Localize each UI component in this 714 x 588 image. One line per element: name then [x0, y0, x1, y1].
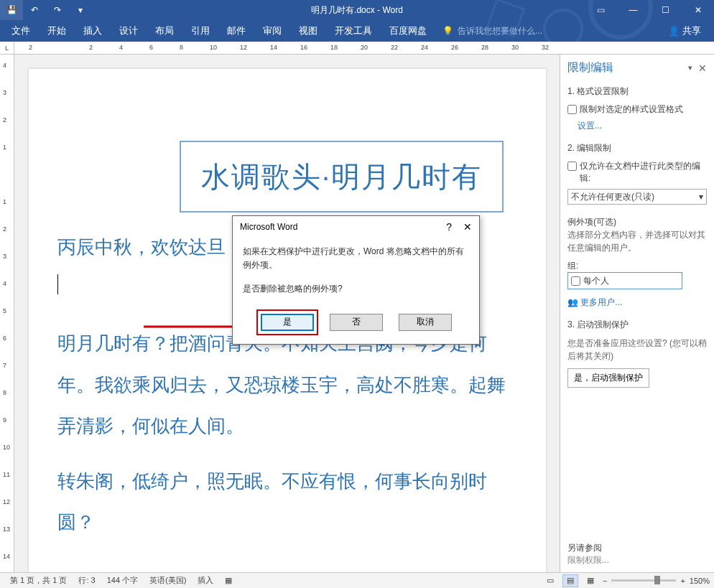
see-also-label: 另请参阅: [567, 542, 711, 554]
group-label: 组:: [567, 260, 707, 272]
qat-customize-button[interactable]: ▾: [69, 0, 92, 20]
share-label: 共享: [682, 24, 701, 37]
formatting-restrict-checkbox[interactable]: 限制对选定的样式设置格式: [567, 103, 707, 116]
editing-restrict-checkbox[interactable]: 仅允许在文档中进行此类型的编辑:: [567, 160, 707, 185]
tab-design[interactable]: 设计: [111, 20, 147, 42]
tab-insert[interactable]: 插入: [75, 20, 111, 42]
zoom-out-button[interactable]: −: [603, 577, 607, 585]
dialog-message: 如果在文档保护中进行此更改，Word 将忽略文档中的所有例外项。: [243, 245, 469, 272]
enforce-protection-button[interactable]: 是，启动强制保护: [567, 368, 649, 388]
section-heading: 3. 启动强制保护: [567, 319, 707, 331]
settings-link[interactable]: 设置...: [578, 120, 707, 132]
select-value: 不允许任何更改(只读): [571, 191, 654, 203]
confirm-dialog: Microsoft Word ? ✕ 如果在文档保护中进行此更改，Word 将忽…: [232, 215, 480, 345]
text-cursor: [57, 274, 58, 294]
zoom-level[interactable]: 150%: [690, 577, 710, 585]
tab-references[interactable]: 引用: [182, 20, 218, 42]
title-bar: 💾 ↶ ↷ ▾ 明月几时有.docx - Word ▭ — ☐ ✕: [0, 0, 714, 20]
people-icon: 👥: [567, 297, 578, 307]
exceptions-description: 选择部分文档内容，并选择可以对其任意编辑的用户。: [567, 228, 707, 254]
tab-review[interactable]: 审阅: [254, 20, 290, 42]
tell-me-search[interactable]: 💡 告诉我您想要做什么...: [442, 25, 542, 37]
restrict-editing-pane: 限制编辑 ▾ ✕ 1. 格式设置限制 限制对选定的样式设置格式 设置... 2.…: [560, 55, 714, 587]
tell-me-placeholder: 告诉我您想要做什么...: [458, 25, 542, 37]
status-bar: 第 1 页，共 1 页 行: 3 144 个字 英语(美国) 插入 ▦ ▭ ▤ …: [0, 572, 714, 588]
pane-title: 限制编辑: [567, 60, 613, 75]
group-name: 每个人: [583, 275, 609, 287]
zoom-thumb[interactable]: [654, 576, 660, 584]
dialog-question: 是否删除被忽略的例外项?: [243, 282, 469, 296]
macro-icon[interactable]: ▦: [219, 576, 238, 585]
maximize-button[interactable]: ☐: [649, 0, 682, 20]
pane-options-button[interactable]: ▾: [688, 63, 694, 73]
paragraph[interactable]: 转朱阁，低绮户，照无眠。不应有恨，何事长向别时圆？: [57, 461, 517, 543]
status-insert-mode[interactable]: 插入: [192, 575, 219, 586]
checkbox[interactable]: [567, 162, 577, 171]
checkbox[interactable]: [571, 276, 580, 286]
save-button[interactable]: 💾: [0, 0, 23, 20]
ribbon: 文件 开始 插入 设计 布局 引用 邮件 审阅 视图 开发工具 百度网盘 💡 告…: [0, 20, 714, 42]
lightbulb-icon: 💡: [442, 26, 453, 36]
more-users-label: 更多用户...: [580, 297, 622, 307]
enforce-description: 您是否准备应用这些设置? (您可以稍后将其关闭): [567, 337, 707, 363]
read-mode-button[interactable]: ▭: [542, 574, 558, 587]
zoom-in-button[interactable]: +: [680, 577, 685, 585]
window-controls: ▭ — ☐ ✕: [585, 0, 714, 20]
tab-mailings[interactable]: 邮件: [218, 20, 254, 42]
section-heading: 2. 编辑限制: [567, 142, 707, 154]
share-button[interactable]: 👤 共享: [658, 20, 711, 42]
status-page[interactable]: 第 1 页，共 1 页: [4, 575, 73, 586]
tab-developer[interactable]: 开发工具: [326, 20, 381, 42]
checkbox-label: 限制对选定的样式设置格式: [580, 103, 683, 116]
dialog-titlebar[interactable]: Microsoft Word ? ✕: [233, 216, 479, 238]
dialog-title: Microsoft Word: [240, 222, 297, 232]
editing-type-select[interactable]: 不允许任何更改(只读) ▾: [567, 189, 707, 205]
person-icon: 👤: [668, 26, 680, 37]
exceptions-heading: 例外项(可选): [567, 216, 707, 228]
undo-button[interactable]: ↶: [23, 0, 46, 20]
status-line[interactable]: 行: 3: [73, 575, 101, 586]
yes-button[interactable]: 是: [261, 314, 314, 331]
status-word-count[interactable]: 144 个字: [101, 575, 144, 586]
restrict-permission-link[interactable]: 限制权限...: [567, 554, 711, 566]
no-button[interactable]: 否: [330, 314, 383, 331]
quick-access-toolbar: 💾 ↶ ↷ ▾: [0, 0, 92, 20]
window-title: 明月几时有.docx - Word: [311, 4, 403, 17]
ruler-horizontal[interactable]: L 22468101214161820222426283032: [0, 42, 714, 55]
cancel-button[interactable]: 取消: [399, 314, 452, 331]
ruler-vertical[interactable]: 43211234567891011121314: [0, 55, 14, 587]
ruler-corner: L: [0, 42, 14, 54]
dialog-close-button[interactable]: ✕: [463, 221, 472, 233]
more-users-link[interactable]: 👥 更多用户...: [567, 297, 707, 309]
pane-close-button[interactable]: ✕: [698, 62, 707, 74]
close-button[interactable]: ✕: [682, 0, 714, 20]
checkbox-label: 仅允许在文档中进行此类型的编辑:: [580, 160, 707, 185]
tab-layout[interactable]: 布局: [147, 20, 182, 42]
document-title[interactable]: 水调歌头·明月几时有: [180, 141, 504, 213]
zoom-slider[interactable]: [611, 579, 676, 582]
chevron-down-icon: ▾: [699, 192, 703, 202]
print-layout-button[interactable]: ▤: [562, 574, 578, 587]
redo-button[interactable]: ↷: [46, 0, 69, 20]
tab-view[interactable]: 视图: [290, 20, 326, 42]
ribbon-options-button[interactable]: ▭: [585, 0, 617, 20]
tab-baidu[interactable]: 百度网盘: [381, 20, 435, 42]
tab-home[interactable]: 开始: [39, 20, 75, 42]
status-language[interactable]: 英语(美国): [144, 575, 192, 586]
web-layout-button[interactable]: ▦: [583, 574, 598, 587]
checkbox[interactable]: [567, 105, 577, 114]
group-everyone[interactable]: 每个人: [567, 272, 682, 289]
minimize-button[interactable]: —: [617, 0, 649, 20]
section-heading: 1. 格式设置限制: [567, 85, 707, 98]
dialog-help-button[interactable]: ?: [446, 221, 452, 233]
tab-file[interactable]: 文件: [3, 20, 39, 42]
